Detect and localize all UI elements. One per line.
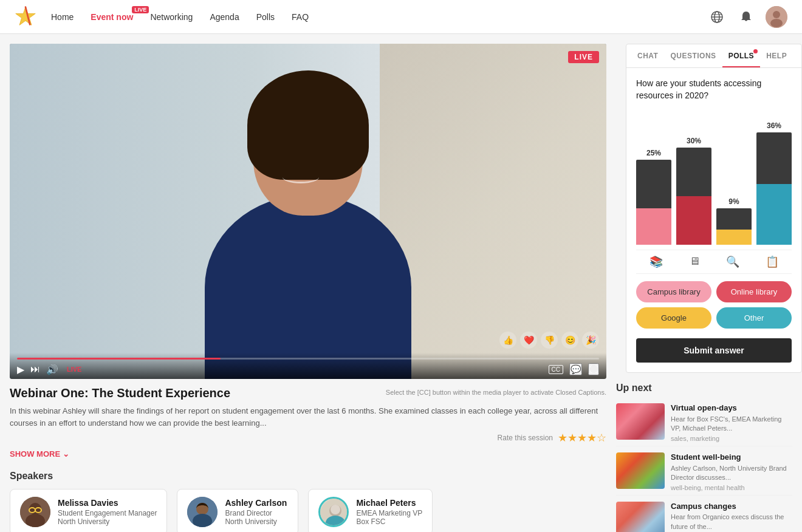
smile-btn[interactable]: 😊 [561,332,578,349]
speaker-role-2: EMEA Marketing VP [356,509,422,517]
screen-icon[interactable]: 🖥 [689,255,700,268]
party-btn[interactable]: 🎉 [582,332,599,349]
speaker-role-0: Student Engagement Manager [58,509,157,517]
up-next-item-1[interactable]: Student well-being Ashley Carlson, North… [616,449,792,496]
up-next-item-0[interactable]: Virtual open-days Hear for Box FSC's, EM… [616,400,792,446]
speakers-row: Melissa Davies Student Engagement Manage… [10,489,606,532]
legend-row: 📚 🖥 🔍 📋 [636,250,792,274]
document-icon[interactable]: 📋 [766,255,779,268]
up-next-title: Up next [616,383,792,394]
speaker-org-2: Box FSC [356,517,422,526]
video-section: LIVE 👍 ❤️ 👎 😊 🎉 ▶ ⏭ 🔊 LIVE CC 💬 [10,44,606,532]
progress-bar[interactable] [17,358,599,360]
main-content: LIVE 👍 ❤️ 👎 😊 🎉 ▶ ⏭ 🔊 LIVE CC 💬 [0,34,802,532]
speakers-title: Speakers [10,471,606,482]
globe-icon[interactable] [707,7,727,27]
fullscreen-button[interactable]: ⛶ [588,363,599,375]
speaker-avatar-0 [20,497,50,527]
play-button[interactable]: ▶ [17,364,24,375]
up-next-thumb-0 [616,403,665,440]
up-next-info-0: Virtual open-days Hear for Box FSC's, EM… [671,403,792,442]
rate-label: Rate this session [498,434,553,442]
live-badge-video: LIVE [568,51,599,63]
video-description: In this webinar Ashley will share the fi… [10,405,606,429]
logo[interactable] [15,5,39,29]
nav-event-now[interactable]: Event now LIVE [91,10,133,24]
speaker-info-1: Ashley Carlson Brand Director North Univ… [225,498,287,526]
speaker-org-1: North University [225,517,287,526]
up-next-sub-2: Hear from Organico execs discuss the fut… [671,513,792,531]
thumbs-down-btn[interactable]: 👎 [541,332,558,349]
volume-button[interactable]: 🔊 [46,364,58,375]
speaker-org-0: North University [58,517,157,526]
nav-home[interactable]: Home [51,10,74,24]
speakers-section: Speakers Melissa Davies Student Engageme… [10,463,606,532]
tab-polls[interactable]: POLLS [722,44,761,67]
speaker-avatar-2 [318,497,349,527]
video-controls: ▶ ⏭ 🔊 LIVE CC 💬 ⛶ [10,353,606,379]
chart-pct-0: 25% [646,149,661,157]
option-google[interactable]: Google [636,307,711,329]
chart-pct-3: 36% [767,121,781,130]
tab-questions[interactable]: QUESTIONS [664,44,722,67]
up-next-thumb-2 [616,502,665,532]
nav-links: Home Event now LIVE Networking Agenda Po… [51,10,707,24]
option-other[interactable]: Other [716,307,792,329]
up-next-info-1: Student well-being Ashley Carlson, North… [671,452,792,491]
chat-icon-button[interactable]: 💬 [569,363,582,375]
star-rating[interactable]: ★★★★☆ [558,431,606,445]
speaker-name-1: Ashley Carlson [225,498,287,508]
tab-chat[interactable]: CHAT [631,44,664,67]
nav-agenda[interactable]: Agenda [210,10,239,24]
speaker-name-0: Melissa Davies [58,498,157,508]
reaction-buttons: 👍 ❤️ 👎 😊 🎉 [499,332,599,349]
polls-notification-dot [753,49,758,53]
progress-fill [17,358,221,360]
option-online-library[interactable]: Online library [716,281,792,302]
show-more-button[interactable]: SHOW MORE ⌄ [10,449,606,459]
speaker-avatar-1 [187,497,218,527]
chart-col-1: 30% [676,137,711,245]
cc-button[interactable]: CC [549,365,563,374]
side-panel: CHAT QUESTIONS POLLS HELP How are your s… [626,44,802,373]
submit-answer-button[interactable]: Submit answer [636,338,792,363]
chart-bar-2 [716,208,752,245]
speaker-card-2[interactable]: Michael Peters EMEA Marketing VP Box FSC [308,489,433,532]
chart-pct-2: 9% [728,197,739,206]
up-next-section: Up next Virtual open-days Hear for Box F… [616,373,792,532]
svg-point-8 [773,11,780,18]
speaker-name-2: Michael Peters [356,498,422,508]
speaker-info-0: Melissa Davies Student Engagement Manage… [58,498,157,526]
nav-networking[interactable]: Networking [150,10,193,24]
speaker-info-2: Michael Peters EMEA Marketing VP Box FSC [356,498,422,526]
live-label: LIVE [67,366,81,373]
nav-icons [707,6,787,28]
options-grid: Campus library Online library Google Oth… [636,281,792,329]
up-next-tags-0: sales, marketing [671,435,792,442]
next-button[interactable]: ⏭ [30,364,40,375]
library-icon[interactable]: 📚 [649,255,663,268]
up-next-title-1: Student well-being [671,452,792,463]
up-next-title-2: Campus changes [671,502,792,512]
chart-col-2: 9% [716,197,752,245]
tab-help[interactable]: HELP [760,44,793,67]
heart-btn[interactable]: ❤️ [520,332,537,349]
nav-polls[interactable]: Polls [256,10,275,24]
video-player: LIVE 👍 ❤️ 👎 😊 🎉 ▶ ⏭ 🔊 LIVE CC 💬 [10,44,606,379]
thumbs-up-btn[interactable]: 👍 [499,332,516,349]
up-next-list: Virtual open-days Hear for Box FSC's, EM… [616,400,792,532]
up-next-item-2[interactable]: Campus changes Hear from Organico execs … [616,498,792,532]
speaker-card-0[interactable]: Melissa Davies Student Engagement Manage… [10,489,167,532]
up-next-sub-1: Ashley Carlson, North University Brand D… [671,464,792,483]
speaker-card-1[interactable]: Ashley Carlson Brand Director North Univ… [177,489,298,532]
cc-hint: Select the [CC] button within the media … [386,389,606,396]
option-campus-library[interactable]: Campus library [636,281,711,302]
svg-point-9 [770,19,783,27]
nav-faq[interactable]: FAQ [292,10,309,24]
notification-icon[interactable] [736,7,756,27]
up-next-tags-1: well-being, mental health [671,484,792,491]
chart-col-0: 25% [636,149,671,245]
live-badge: LIVE [132,6,149,13]
search-icon[interactable]: 🔍 [726,255,739,268]
user-avatar[interactable] [766,6,787,28]
